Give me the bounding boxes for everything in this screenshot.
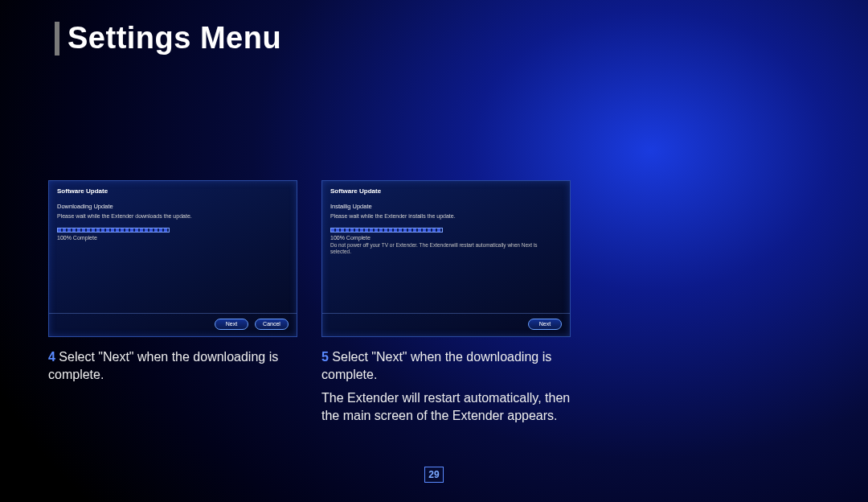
dialog-header: Software Update: [57, 187, 289, 195]
software-update-download-dialog: Software Update Downloading Update Pleas…: [48, 180, 297, 337]
step-5-column: Software Update Installig Update Please …: [321, 180, 571, 424]
step-5-text: Select "Next" when the downloading is co…: [321, 350, 551, 381]
dialog-message: Please wait while the Extender downloads…: [57, 212, 289, 220]
dialog-subheader: Downloading Update: [57, 203, 289, 210]
step-5-caption: 5 Select "Next" when the downloading is …: [321, 348, 571, 383]
progress-bar: [330, 228, 443, 232]
step-4-text: Select "Next" when the downloading is co…: [48, 350, 278, 381]
dialog-separator: [49, 313, 297, 314]
step-4-caption: 4 Select "Next" when the downloading is …: [48, 348, 297, 383]
step-4-number: 4: [48, 350, 55, 364]
dialog-button-row: Next Cancel: [215, 319, 289, 330]
software-update-install-dialog: Software Update Installig Update Please …: [321, 180, 571, 337]
progress-bar: [57, 228, 170, 232]
progress-percent: 100% Complete: [330, 235, 562, 241]
panels-row: Software Update Downloading Update Pleas…: [48, 180, 820, 424]
next-button[interactable]: Next: [528, 319, 562, 330]
dialog-message: Please wait while the Extender installs …: [330, 212, 562, 220]
dialog-subheader: Installig Update: [330, 203, 562, 210]
dialog-header: Software Update: [330, 187, 562, 195]
step-4-column: Software Update Downloading Update Pleas…: [48, 180, 297, 424]
manual-page: Settings Menu Software Update Downloadin…: [0, 0, 868, 502]
dialog-warning-note: Do not power off your TV or Extender. Th…: [330, 242, 539, 255]
next-button[interactable]: Next: [215, 319, 248, 330]
page-title: Settings Menu: [68, 21, 281, 56]
dialog-button-row: Next: [528, 319, 562, 330]
step-5-number: 5: [321, 350, 329, 364]
cancel-button[interactable]: Cancel: [255, 319, 289, 330]
page-number-box: 29: [424, 467, 444, 483]
dialog-separator: [322, 313, 570, 314]
title-accent-bar: [55, 22, 59, 56]
page-title-row: Settings Menu: [55, 21, 820, 56]
step-5-caption-extra: The Extender will restart automatically,…: [321, 389, 571, 424]
progress-percent: 100% Complete: [57, 235, 289, 241]
